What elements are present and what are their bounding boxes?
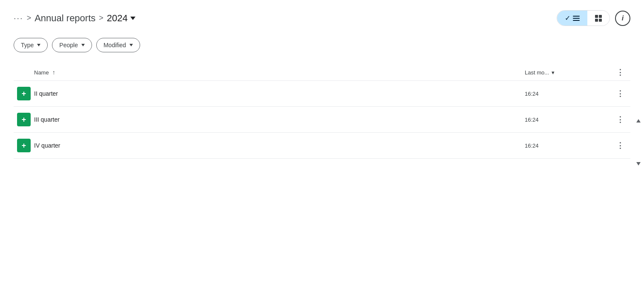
name-column-header[interactable]: Name ↑ — [34, 69, 525, 76]
file-name: IV quarter — [34, 142, 525, 149]
file-name: III quarter — [34, 116, 525, 123]
row-more-options-icon[interactable]: ⋮ — [616, 89, 624, 98]
sheets-icon: + — [17, 113, 31, 126]
table-body: + II quarter 16:24 ⋮ + III quarter 16:24… — [14, 81, 630, 159]
breadcrumb-dots[interactable]: ··· — [14, 13, 23, 23]
list-view-button[interactable]: ✓ — [557, 11, 587, 26]
info-icon: i — [622, 14, 624, 22]
row-actions: ⋮ — [610, 141, 630, 150]
file-modified-time: 16:24 — [525, 143, 610, 149]
list-lines-icon — [573, 16, 580, 21]
sort-arrow-icon: ↑ — [52, 69, 55, 76]
grid-icon — [595, 15, 602, 22]
view-toggle: ✓ — [557, 10, 610, 26]
filters-bar: Type People Modified — [14, 38, 630, 52]
breadcrumb-annual-reports[interactable]: Annual reports — [34, 13, 95, 24]
file-icon-container: + — [14, 87, 34, 100]
table-header: Name ↑ Last mo... ▾ ⋮ — [14, 64, 630, 81]
people-filter-label: People — [59, 42, 78, 48]
modified-filter-button[interactable]: Modified — [96, 38, 140, 52]
sheets-icon: + — [17, 139, 31, 152]
modified-chevron-icon — [129, 44, 133, 46]
sheets-icon: + — [17, 87, 31, 100]
row-more-options-icon[interactable]: ⋮ — [616, 115, 624, 124]
year-chevron-icon — [130, 17, 135, 20]
breadcrumb-year[interactable]: 2024 — [107, 13, 135, 24]
file-modified-time: 16:24 — [525, 91, 610, 97]
header-actions: ✓ i — [557, 10, 630, 26]
file-icon-container: + — [14, 113, 34, 126]
header: ··· > Annual reports > 2024 ✓ — [14, 10, 630, 26]
actions-column-header: ⋮ — [610, 68, 630, 77]
row-actions: ⋮ — [610, 115, 630, 124]
file-name: II quarter — [34, 90, 525, 97]
file-modified-time: 16:24 — [525, 117, 610, 123]
row-more-options-icon[interactable]: ⋮ — [616, 141, 624, 150]
modified-filter-label: Modified — [104, 42, 126, 48]
breadcrumb: ··· > Annual reports > 2024 — [14, 13, 135, 24]
table-row[interactable]: + II quarter 16:24 ⋮ — [14, 81, 630, 107]
breadcrumb-sep2: > — [99, 14, 104, 23]
file-icon-container: + — [14, 139, 34, 152]
modified-column-header[interactable]: Last mo... ▾ — [525, 69, 610, 76]
check-icon: ✓ — [565, 14, 570, 22]
info-button[interactable]: i — [615, 11, 630, 26]
type-filter-label: Type — [21, 42, 34, 48]
grid-view-button[interactable] — [587, 11, 610, 26]
table-row[interactable]: + III quarter 16:24 ⋮ — [14, 107, 630, 133]
breadcrumb-sep1: > — [27, 14, 32, 23]
people-filter-button[interactable]: People — [52, 38, 92, 52]
row-actions: ⋮ — [610, 89, 630, 98]
table-row[interactable]: + IV quarter 16:24 ⋮ — [14, 133, 630, 159]
scrollbar-down-icon[interactable] — [636, 162, 641, 165]
people-chevron-icon — [81, 44, 85, 46]
scrollbar-up-icon[interactable] — [636, 119, 641, 123]
type-filter-button[interactable]: Type — [14, 38, 48, 52]
header-more-options-icon[interactable]: ⋮ — [616, 68, 624, 77]
type-chevron-icon — [37, 44, 40, 46]
